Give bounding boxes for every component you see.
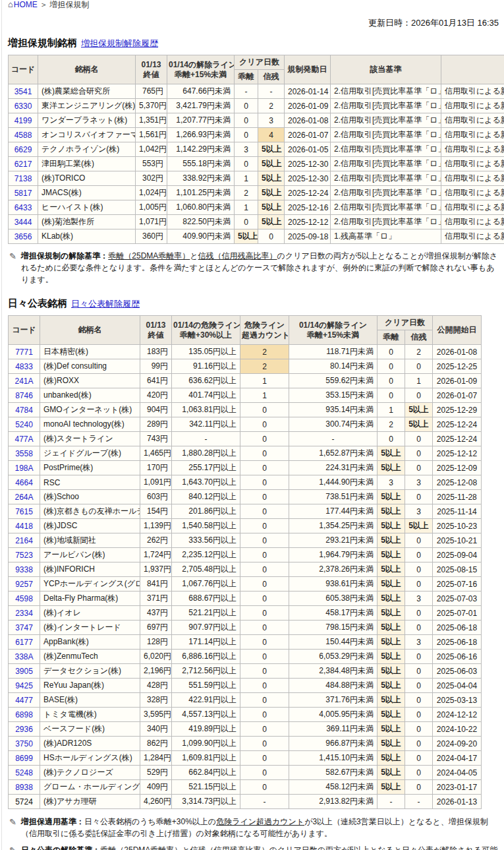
stock-code-link[interactable]: 7523 bbox=[15, 551, 33, 560]
table-row: 9338(株)INFORICH1,937円2,705.48円以上02,378.2… bbox=[9, 562, 482, 577]
cell-danger-count: 0 bbox=[240, 621, 289, 635]
cell-start-date: 2025-06-03 bbox=[433, 664, 482, 679]
cell-release-line: - bbox=[289, 432, 378, 446]
cell-code: 4598 bbox=[9, 592, 40, 606]
cell-start-date: 2024-10-22 bbox=[433, 722, 482, 737]
stock-code-link[interactable]: 4418 bbox=[15, 522, 33, 531]
stock-code-link[interactable]: 477A bbox=[14, 435, 33, 444]
cell-clear-shinzan: 5以上 bbox=[258, 215, 285, 229]
cell-name: RSC bbox=[40, 475, 140, 490]
cell-trigger-date: 2026-01-14 bbox=[285, 84, 331, 99]
page-left-border bbox=[1, 0, 2, 850]
cell-name: HSホールディングス(株) bbox=[40, 751, 140, 766]
cell-start-date: 2025-04-04 bbox=[433, 679, 482, 693]
stock-code-link[interactable]: 9257 bbox=[15, 580, 33, 589]
stock-code-link[interactable]: 2164 bbox=[15, 536, 33, 545]
note-text: 日々公表銘柄のうち乖離+30%以上の bbox=[84, 817, 216, 826]
stock-code-link[interactable]: 7615 bbox=[15, 507, 33, 516]
cell-start-date: 2025-10-21 bbox=[433, 533, 482, 548]
stock-code-link[interactable]: 4477 bbox=[15, 696, 33, 705]
table-row: 3747(株)インタートレード697円907.97円以上0798.15円未満5以… bbox=[9, 621, 482, 635]
margin-release-history-link[interactable]: 増担保規制解除履歴 bbox=[81, 38, 158, 48]
note-term-link[interactable]: 乖離（25DMA乖離率） bbox=[108, 251, 190, 260]
stock-code-link[interactable]: 4588 bbox=[14, 131, 32, 140]
cell-code: 6177 bbox=[9, 635, 40, 650]
stock-code-link[interactable]: 4664 bbox=[15, 478, 33, 487]
cell-code: 3558 bbox=[9, 446, 40, 461]
cell-code: 3541 bbox=[9, 84, 38, 99]
cell-code: 2164 bbox=[9, 533, 40, 548]
cell-trigger-date: 2026-01-05 bbox=[285, 142, 331, 157]
stock-code-link[interactable]: 6898 bbox=[15, 710, 33, 719]
daily-release-history-link[interactable]: 日々公表解除履歴 bbox=[71, 299, 140, 309]
stock-code-link[interactable]: 4598 bbox=[15, 594, 33, 603]
cell-release-line: 293.21円未満 bbox=[289, 533, 378, 548]
col-header-release-line: 01/14の解除ライン乖離+15%未満 bbox=[167, 55, 235, 84]
cell-release-line: 2,384.48円未満 bbox=[289, 664, 378, 679]
stock-code-link[interactable]: 6433 bbox=[14, 203, 32, 212]
stock-code-link[interactable]: 8746 bbox=[15, 391, 33, 400]
table-row: 5248(株)テクノロジーズ529円662.84円以上0582.67円未満5以上… bbox=[9, 766, 482, 780]
cell-start-date: 2025-10-23 bbox=[433, 519, 482, 533]
stock-code-link[interactable]: 8699 bbox=[15, 754, 33, 763]
cell-clear-shinzan: 5以上 bbox=[258, 157, 285, 171]
stock-code-link[interactable]: 6177 bbox=[15, 638, 33, 647]
cell-name: ワンダープラネット(株) bbox=[38, 113, 136, 128]
cell-extra: 信用取引による新 bbox=[441, 215, 504, 229]
stock-code-link[interactable]: 5248 bbox=[15, 768, 33, 777]
table-row: 338A(株)ZenmuTech6,020円6,886.16円以上06,053.… bbox=[9, 650, 482, 664]
stock-code-link[interactable]: 6217 bbox=[14, 160, 32, 169]
stock-code-link[interactable]: 3541 bbox=[14, 87, 32, 96]
cell-danger-count: 0 bbox=[240, 592, 289, 606]
stock-code-link[interactable]: 3656 bbox=[14, 232, 32, 241]
cell-basis: 2.信用取引[売買比率基準「ロ」 bbox=[331, 84, 441, 99]
stock-code-link[interactable]: 6629 bbox=[14, 145, 32, 154]
stock-code-link[interactable]: 4833 bbox=[15, 362, 33, 371]
stock-code-link[interactable]: 8938 bbox=[15, 783, 33, 792]
cell-release-line: 647.66円未満 bbox=[167, 84, 235, 99]
updated-timestamp: 更新日時：2026年01月13日 16:35 bbox=[8, 17, 499, 29]
cell-release-line: 409.90円未満 bbox=[167, 229, 235, 244]
daily-disclosure-table: コード 銘柄名 01/13終値 01/14の危険ライン乖離+30%以上 危険ライ… bbox=[8, 315, 482, 809]
note-term-link[interactable]: 信残（信用残高比率） bbox=[198, 251, 277, 260]
stock-code-link[interactable]: 3747 bbox=[15, 623, 33, 632]
stock-code-link[interactable]: 9338 bbox=[15, 565, 33, 574]
cell-close: 743円 bbox=[140, 432, 172, 446]
cell-code: 2936 bbox=[9, 722, 40, 737]
stock-code-link[interactable]: 9425 bbox=[15, 681, 33, 690]
stock-code-link[interactable]: 5817 bbox=[14, 189, 32, 198]
stock-code-link[interactable]: 2334 bbox=[15, 609, 33, 618]
stock-code-link[interactable]: 4199 bbox=[14, 116, 32, 125]
note-term-link[interactable]: 信残（信用残高比率） bbox=[190, 845, 269, 850]
cell-start-date: 2026-01-13 bbox=[433, 795, 482, 809]
stock-code-link[interactable]: 6330 bbox=[14, 102, 32, 111]
cell-clear-shinzan: 0 bbox=[405, 548, 433, 562]
stock-code-link[interactable]: 241A bbox=[14, 377, 33, 386]
cell-name: テクノホライゾン(株) bbox=[38, 142, 136, 157]
stock-code-link[interactable]: 7771 bbox=[15, 348, 33, 357]
stock-code-link[interactable]: 3905 bbox=[15, 667, 33, 676]
stock-code-link[interactable]: 7138 bbox=[14, 174, 32, 183]
stock-code-link[interactable]: 264A bbox=[14, 493, 33, 502]
stock-code-link[interactable]: 2936 bbox=[15, 725, 33, 734]
stock-code-link[interactable]: 3444 bbox=[14, 218, 32, 227]
cell-clear-shinzan: - bbox=[405, 795, 433, 809]
cell-clear-kairi: 5以上 bbox=[378, 664, 405, 679]
table-row: 4833(株)Def consulting99円91.16円以上280.14円未… bbox=[9, 359, 482, 374]
stock-code-link[interactable]: 338A bbox=[14, 652, 33, 661]
cell-code: 6898 bbox=[9, 708, 40, 722]
cell-danger-line: 3,314.73円以上 bbox=[172, 795, 240, 809]
cell-name: (株)京都きもの友禅ホールディ.. bbox=[40, 504, 140, 519]
stock-code-link[interactable]: 3558 bbox=[15, 449, 33, 458]
note-term-link[interactable]: 乖離（25DMA乖離率） bbox=[100, 845, 182, 850]
stock-code-link[interactable]: 3750 bbox=[15, 739, 33, 748]
note-term-link[interactable]: 危険ライン超過カウント bbox=[216, 817, 304, 826]
table-row: 6330東洋エンジニアリング(株)5,370円3,421.79円未満022026… bbox=[9, 99, 504, 113]
cell-clear-kairi: 5以上 bbox=[378, 635, 405, 650]
stock-code-link[interactable]: 4784 bbox=[15, 406, 33, 415]
breadcrumb-home-link[interactable]: HOME bbox=[14, 0, 38, 9]
cell-name: AppBank(株) bbox=[40, 635, 140, 650]
table-row: 8746unbanked(株)420円401.74円以上1353.15円未満00… bbox=[9, 388, 482, 403]
stock-code-link[interactable]: 5240 bbox=[15, 420, 33, 429]
stock-code-link[interactable]: 198A bbox=[14, 464, 33, 473]
